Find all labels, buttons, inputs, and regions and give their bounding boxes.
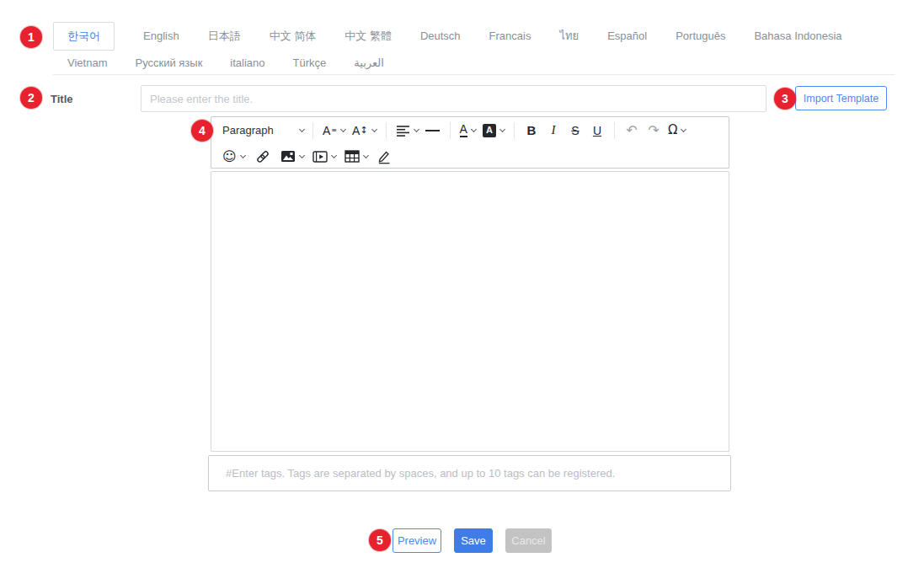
- language-tabs-row1: 한국어 English 日本語 中文 简体 中文 繁體 Deutsch Fran…: [53, 23, 842, 49]
- chevron-down-icon: [363, 152, 369, 158]
- tab-chinese-traditional[interactable]: 中文 繁體: [344, 29, 392, 44]
- video-icon: [312, 151, 328, 163]
- tab-french[interactable]: Francais: [489, 29, 531, 42]
- chevron-down-icon: [299, 126, 305, 131]
- chevron-down-icon: [471, 126, 477, 131]
- annotation-badge-5: 5: [369, 529, 391, 551]
- text-color-icon: A: [460, 123, 467, 137]
- bold-button[interactable]: B: [524, 121, 539, 141]
- tags-input[interactable]: [208, 455, 731, 491]
- chevron-down-icon: [299, 152, 305, 158]
- chevron-down-icon: [331, 152, 337, 158]
- paragraph-dropdown-label: Paragraph: [222, 124, 274, 137]
- chevron-down-icon: [371, 126, 377, 131]
- special-character-button[interactable]: Ω: [668, 121, 686, 141]
- language-tabs-row2: Vietnam Русский язык italiano Türkçe الع…: [67, 54, 384, 71]
- align-button[interactable]: [396, 121, 419, 141]
- tab-vietnamese[interactable]: Vietnam: [67, 56, 107, 69]
- undo-button[interactable]: ↶: [624, 121, 639, 141]
- strikethrough-button[interactable]: S: [568, 121, 583, 141]
- annotation-badge-3: 3: [774, 88, 796, 110]
- font-family-lines-mark: ≡: [331, 127, 337, 134]
- tab-portuguese[interactable]: Português: [676, 29, 725, 42]
- tab-thai[interactable]: ไทย: [559, 27, 579, 45]
- tab-english[interactable]: English: [143, 29, 179, 42]
- toolbar-row-1: Paragraph A≡ A↕: [211, 117, 729, 143]
- save-button[interactable]: Save: [454, 528, 493, 553]
- chevron-down-icon: [414, 126, 419, 131]
- omega-icon: Ω: [668, 124, 677, 137]
- tab-korean[interactable]: 한국어: [53, 22, 115, 51]
- tab-turkish[interactable]: Türkçe: [293, 56, 327, 69]
- background-color-icon: A: [483, 124, 496, 137]
- emoji-smiley-icon: ☺: [222, 150, 237, 164]
- tab-german[interactable]: Deutsch: [420, 29, 461, 42]
- chevron-down-icon: [681, 126, 686, 131]
- tab-japanese[interactable]: 日本語: [208, 29, 241, 44]
- link-icon: [255, 149, 270, 164]
- toolbar-separator: [614, 122, 615, 139]
- underline-button[interactable]: U: [590, 121, 605, 141]
- font-family-button[interactable]: A≡: [323, 121, 345, 141]
- editor-page: 1 2 3 4 5 한국어 English 日本語 中文 简体 中文 繁體 De…: [0, 0, 924, 579]
- horizontal-rule-button[interactable]: [425, 121, 441, 141]
- image-icon: [280, 150, 296, 163]
- tabs-divider: [53, 74, 895, 75]
- font-family-icon: A: [323, 125, 330, 137]
- annotation-badge-2: 2: [20, 87, 42, 109]
- link-button[interactable]: [255, 147, 270, 167]
- toolbar-row-2: ☺: [211, 143, 729, 169]
- title-label: Title: [51, 93, 73, 105]
- title-input[interactable]: [141, 85, 766, 112]
- emoji-button[interactable]: ☺: [222, 147, 245, 167]
- tab-arabic[interactable]: العربية: [354, 56, 384, 69]
- toolbar-separator: [450, 122, 451, 139]
- cancel-button[interactable]: Cancel: [505, 528, 552, 553]
- insert-image-button[interactable]: [280, 147, 304, 167]
- chevron-down-icon: [240, 152, 246, 158]
- annotation-badge-1: 1: [20, 26, 42, 48]
- table-icon: [344, 150, 360, 163]
- tab-chinese-simplified[interactable]: 中文 简体: [270, 29, 317, 44]
- chevron-down-icon: [340, 126, 346, 131]
- align-left-icon: [396, 125, 410, 137]
- paragraph-dropdown[interactable]: Paragraph: [219, 120, 307, 142]
- text-color-button[interactable]: A: [460, 121, 476, 141]
- tab-indonesian[interactable]: Bahasa Indonesia: [754, 29, 841, 42]
- insert-table-button[interactable]: [344, 147, 368, 167]
- font-size-button[interactable]: A↕: [352, 121, 377, 141]
- annotation-badge-4: 4: [191, 120, 213, 142]
- font-size-icon: A: [352, 125, 360, 137]
- tab-russian[interactable]: Русский язык: [135, 56, 202, 69]
- italic-button[interactable]: I: [546, 121, 561, 141]
- toolbar-separator: [312, 122, 313, 139]
- pen-icon: [377, 149, 392, 164]
- draw-pen-button[interactable]: [377, 147, 392, 167]
- editor-content-area[interactable]: [211, 171, 729, 452]
- insert-video-button[interactable]: [312, 147, 336, 167]
- import-template-button[interactable]: Import Template: [795, 86, 887, 110]
- tab-spanish[interactable]: Español: [607, 29, 647, 42]
- tab-italian[interactable]: italiano: [230, 56, 264, 69]
- toolbar-separator: [386, 122, 387, 139]
- editor-toolbar: Paragraph A≡ A↕: [211, 116, 729, 169]
- horizontal-rule-icon: [425, 130, 440, 131]
- redo-button[interactable]: ↷: [646, 121, 661, 141]
- background-color-button[interactable]: A: [483, 121, 505, 141]
- toolbar-separator: [514, 122, 515, 139]
- chevron-down-icon: [499, 126, 505, 131]
- preview-button[interactable]: Preview: [393, 528, 441, 553]
- font-size-arrow-mark: ↕: [360, 126, 367, 135]
- action-buttons: Preview Save Cancel: [393, 528, 552, 553]
